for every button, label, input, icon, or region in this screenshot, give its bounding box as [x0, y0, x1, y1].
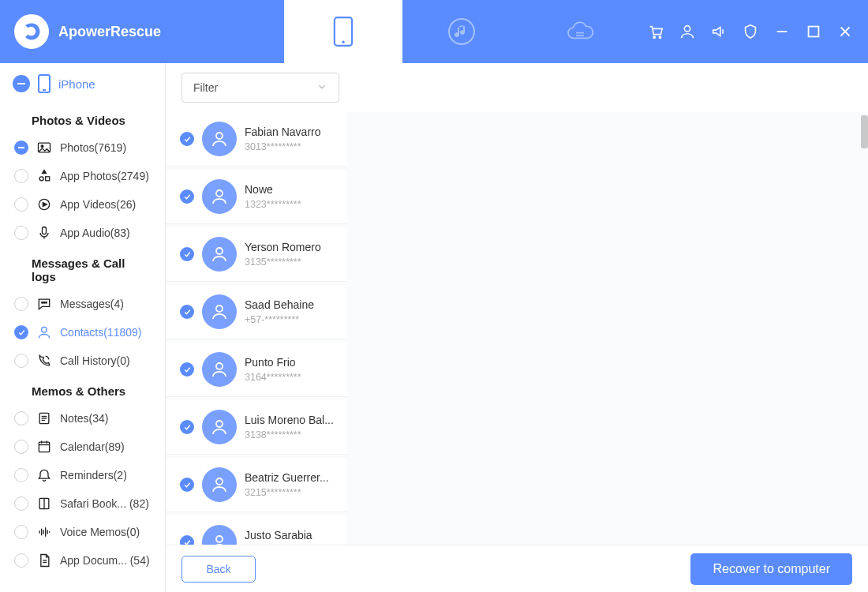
titlebar-actions [647, 0, 868, 63]
app-videos-icon [36, 197, 52, 212]
maximize-icon[interactable] [805, 23, 822, 40]
checkbox[interactable] [14, 525, 28, 539]
contact-info: Beatriz Guerrer...3215********* [245, 471, 329, 498]
call-history-icon [36, 353, 52, 369]
checkbox[interactable] [14, 440, 28, 454]
device-row[interactable]: iPhone [0, 63, 165, 104]
sidebar-item-reminders[interactable]: Reminders(2) [0, 461, 165, 489]
contact-name: Beatriz Guerrer... [245, 471, 329, 484]
svg-point-18 [42, 302, 43, 304]
checkbox[interactable] [14, 354, 28, 368]
contact-row[interactable]: Saad Behaine+57-********* [166, 285, 347, 339]
announce-icon[interactable] [710, 23, 728, 40]
contact-row[interactable]: Fabian Navarro3013********* [166, 112, 347, 167]
sidebar-item-photos[interactable]: Photos(7619) [0, 133, 165, 162]
contact-row[interactable]: Justo Sarabia+573********* [166, 515, 347, 545]
footer: Back Recover to computer [166, 545, 868, 592]
sidebar-item-app-audio[interactable]: App Audio(83) [0, 219, 165, 247]
scrollbar[interactable] [861, 115, 868, 210]
sidebar-item-notes[interactable]: Notes(34) [0, 404, 165, 433]
svg-point-42 [216, 305, 223, 312]
sidebar-item-voice-memos[interactable]: Voice Memos(0) [0, 518, 165, 546]
contact-info: Punto Frio3164********* [245, 356, 301, 383]
tab-music[interactable] [402, 0, 521, 63]
sidebar-item-label: App Audio(83) [60, 227, 130, 239]
contact-name: Punto Frio [245, 356, 301, 369]
checkbox[interactable] [14, 297, 28, 311]
contact-phone: 1323********* [245, 199, 301, 210]
photos-icon [36, 140, 52, 155]
filter-label: Filter [193, 81, 218, 94]
contact-phone: +57-********* [245, 314, 314, 325]
contact-row[interactable]: Punto Frio3164********* [166, 343, 347, 397]
checkbox[interactable] [14, 197, 28, 212]
contact-row[interactable]: Yerson Romero3135********* [166, 227, 347, 282]
section-title: Photos & Videos [0, 104, 165, 133]
sidebar-item-safari-bookmarks[interactable]: Safari Book... (82) [0, 489, 165, 518]
svg-point-7 [684, 26, 690, 32]
sidebar-item-app-documents[interactable]: App Docum... (54) [0, 546, 165, 575]
avatar [202, 352, 237, 387]
row-checkbox[interactable] [180, 478, 194, 492]
row-checkbox[interactable] [180, 305, 194, 319]
row-checkbox[interactable] [180, 132, 194, 146]
sidebar-item-messages[interactable]: Messages(4) [0, 290, 165, 318]
filter-dropdown[interactable]: Filter [181, 73, 339, 103]
collapse-icon[interactable] [13, 75, 30, 92]
messages-icon [36, 296, 52, 312]
notes-icon [36, 410, 52, 426]
avatar [202, 410, 237, 444]
contact-row[interactable]: Nowe1323********* [166, 170, 347, 224]
sidebar-item-call-history[interactable]: Call History(0) [0, 347, 165, 375]
minimize-icon[interactable] [773, 23, 791, 40]
svg-point-5 [653, 36, 655, 38]
contact-row[interactable]: Luis Moreno Bal...3138********* [166, 400, 347, 455]
svg-point-14 [39, 177, 43, 181]
checkbox[interactable] [14, 553, 28, 568]
cart-icon[interactable] [647, 23, 664, 40]
contact-row[interactable]: Beatriz Guerrer...3215********* [166, 458, 347, 512]
checkbox[interactable] [14, 141, 28, 155]
contact-info: Yerson Romero3135********* [245, 241, 321, 268]
row-checkbox[interactable] [180, 420, 194, 434]
checkbox[interactable] [14, 468, 28, 482]
avatar [202, 179, 237, 214]
checkbox[interactable] [14, 496, 28, 511]
tab-device[interactable] [284, 0, 402, 63]
contact-name: Yerson Romero [245, 241, 321, 253]
chevron-down-icon [316, 81, 327, 95]
contact-name: Justo Sarabia [245, 529, 312, 541]
contact-phone: 3138********* [245, 429, 334, 440]
avatar [202, 294, 237, 329]
row-checkbox[interactable] [180, 535, 194, 545]
checkbox[interactable] [14, 325, 28, 339]
svg-point-1 [342, 41, 345, 44]
sidebar-item-app-videos[interactable]: App Videos(26) [0, 190, 165, 219]
sidebar-item-contacts[interactable]: Contacts(11809) [0, 318, 165, 347]
checkbox[interactable] [14, 411, 28, 425]
contact-name: Fabian Navarro [245, 126, 321, 138]
sidebar-item-label: App Videos(26) [60, 198, 136, 211]
sidebar-item-calendar[interactable]: Calendar(89) [0, 433, 165, 461]
sidebar-item-app-photos[interactable]: App Photos(2749) [0, 162, 165, 190]
contact-phone: 3164********* [245, 372, 301, 383]
svg-point-21 [42, 327, 47, 332]
phone-icon [38, 74, 51, 93]
checkbox[interactable] [14, 169, 28, 183]
row-checkbox[interactable] [180, 362, 194, 377]
sidebar-item-label: Messages(4) [60, 298, 124, 310]
contacts-icon [36, 324, 52, 340]
close-icon[interactable] [836, 23, 854, 40]
user-icon[interactable] [679, 23, 696, 40]
contact-list: Fabian Navarro3013*********Nowe1323*****… [166, 112, 347, 545]
checkbox[interactable] [14, 226, 28, 240]
tab-cloud[interactable] [521, 0, 639, 63]
shield-icon[interactable] [742, 23, 759, 40]
sidebar-item-label: Reminders(2) [60, 469, 127, 481]
back-button[interactable]: Back [181, 556, 256, 583]
row-checkbox[interactable] [180, 189, 194, 204]
avatar [202, 525, 237, 545]
row-checkbox[interactable] [180, 247, 194, 261]
recover-button[interactable]: Recover to computer [690, 553, 852, 585]
app-name: ApowerRescue [58, 24, 161, 40]
